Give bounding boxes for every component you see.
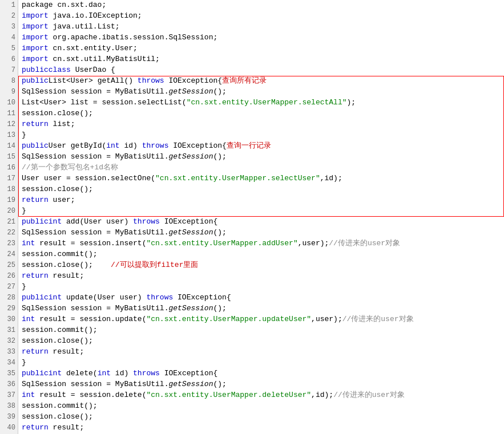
line-number: 20 [0, 206, 18, 217]
line-number: 3 [0, 22, 18, 33]
line-number: 33 [0, 347, 18, 358]
code-line: session.close(); [22, 184, 504, 195]
code-line: return list; [22, 119, 504, 130]
line-number: 35 [0, 368, 18, 379]
code-line: int result = session.update("cn.sxt.enti… [22, 314, 504, 325]
code-line: session.close(); [22, 412, 504, 423]
code-line: return result; [22, 271, 504, 282]
line-number: 22 [0, 228, 18, 238]
line-number: 6 [0, 54, 18, 65]
code-line: SqlSession session = MyBatisUtil.getSess… [22, 87, 504, 98]
code-line: public class UserDao { [22, 65, 504, 76]
code-line: import org.apache.ibatis.session.SqlSess… [22, 33, 504, 43]
line-number: 15 [0, 152, 18, 163]
code-line: int result = session.delete("cn.sxt.enti… [22, 390, 504, 401]
code-line: session.commit(); [22, 325, 504, 336]
line-number: 12 [0, 119, 18, 130]
code-line: import cn.sxt.entity.User; [22, 43, 504, 54]
line-number: 31 [0, 325, 18, 336]
code-line: import java.io.IOException; [22, 11, 504, 22]
code-line: return result; [22, 347, 504, 358]
code-line: SqlSession session = MyBatisUtil.getSess… [22, 228, 504, 238]
code-area[interactable]: package cn.sxt.dao;import java.io.IOExce… [18, 0, 504, 434]
code-line: User user = session.selectOne("cn.sxt.en… [22, 173, 504, 184]
code-line: SqlSession session = MyBatisUtil.getSess… [22, 379, 504, 390]
line-number: 26 [0, 271, 18, 282]
line-number: 32 [0, 336, 18, 347]
line-number: 38 [0, 401, 18, 412]
line-number: 29 [0, 303, 18, 314]
line-number: 36 [0, 379, 18, 390]
code-line: int result = session.insert("cn.sxt.enti… [22, 238, 504, 249]
line-number: 40 [0, 423, 18, 433]
line-number: 34 [0, 358, 18, 368]
code-line: session.close(); [22, 336, 504, 347]
line-numbers: 1234567891011121314151617181920212223242… [0, 0, 18, 434]
code-line: session.close(); [22, 108, 504, 119]
line-number: 23 [0, 238, 18, 249]
line-number: 39 [0, 412, 18, 423]
line-number: 14 [0, 141, 18, 152]
line-number: 11 [0, 108, 18, 119]
line-number: 7 [0, 65, 18, 76]
line-number: 13 [0, 130, 18, 141]
code-line: import cn.sxt.util.MyBatisUtil; [22, 54, 504, 65]
code-line: } [22, 206, 504, 217]
line-number: 18 [0, 184, 18, 195]
line-number: 5 [0, 43, 18, 54]
code-line: return user; [22, 195, 504, 206]
code-line: session.commit(); [22, 401, 504, 412]
code-line: } [22, 130, 504, 141]
code-line: return result; [22, 423, 504, 433]
code-line: } [22, 358, 504, 368]
line-number: 8 [0, 76, 18, 87]
line-number: 10 [0, 98, 18, 108]
line-number: 37 [0, 390, 18, 401]
line-number: 16 [0, 163, 18, 173]
line-number: 17 [0, 173, 18, 184]
line-number: 30 [0, 314, 18, 325]
code-line: } [22, 282, 504, 293]
code-line: public List<User> getAll() throws IOExce… [22, 76, 504, 87]
code-line: //第一个参数写包名+id名称 [22, 163, 504, 173]
code-line: public int update(User user) throws IOEx… [22, 293, 504, 303]
line-number: 25 [0, 260, 18, 271]
code-editor: 1234567891011121314151617181920212223242… [0, 0, 504, 434]
line-number: 24 [0, 249, 18, 260]
code-line: SqlSession session = MyBatisUtil.getSess… [22, 303, 504, 314]
line-number: 21 [0, 217, 18, 228]
code-line: public int delete(int id) throws IOExcep… [22, 368, 504, 379]
line-number: 2 [0, 11, 18, 22]
code-line: import java.util.List; [22, 22, 504, 33]
code-line: package cn.sxt.dao; [22, 0, 504, 11]
line-number: 4 [0, 33, 18, 43]
code-line: public User getById(int id) throws IOExc… [22, 141, 504, 152]
code-line: SqlSession session = MyBatisUtil.getSess… [22, 152, 504, 163]
code-line: session.commit(); [22, 249, 504, 260]
code-line: session.close(); //可以提取到filter里面 [22, 260, 504, 271]
line-number: 9 [0, 87, 18, 98]
line-number: 27 [0, 282, 18, 293]
line-number: 28 [0, 293, 18, 303]
line-number: 1 [0, 0, 18, 11]
line-number: 19 [0, 195, 18, 206]
code-line: List<User> list = session.selectList("cn… [22, 98, 504, 108]
code-line: public int add(User user) throws IOExcep… [22, 217, 504, 228]
